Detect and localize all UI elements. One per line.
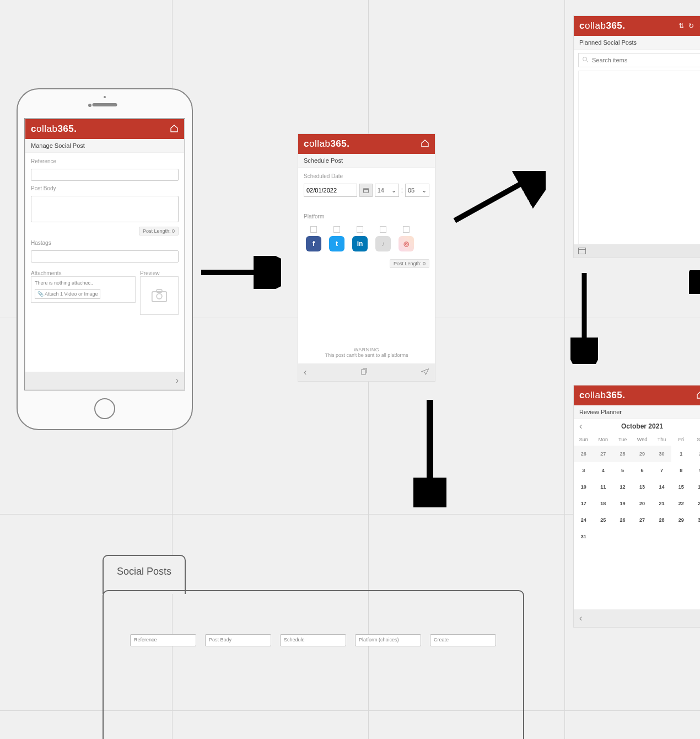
svg-line-7: [586, 60, 589, 62]
post-length-badge: Post Length: 0: [139, 227, 179, 235]
page-title: Review Planner: [574, 405, 700, 419]
calendar-day[interactable]: 21: [652, 495, 671, 512]
calendar-day[interactable]: 5: [613, 462, 632, 479]
search-row: [578, 53, 700, 67]
postbody-label: Post Body: [31, 185, 179, 191]
hashtags-input[interactable]: [31, 250, 179, 263]
next-icon[interactable]: ›: [176, 376, 179, 385]
calendar-day[interactable]: 20: [632, 495, 651, 512]
calendar-day[interactable]: 27: [593, 446, 612, 462]
page-title: Planned Social Posts: [574, 36, 700, 50]
instagram-icon[interactable]: ◎: [399, 236, 414, 251]
preview-box: [140, 276, 179, 315]
refresh-icon[interactable]: ↻: [688, 22, 694, 30]
calendar-day[interactable]: 30: [691, 512, 700, 528]
sort-icon[interactable]: ⇅: [679, 22, 684, 30]
back-icon[interactable]: ‹: [304, 367, 306, 377]
calendar-day[interactable]: 8: [671, 462, 691, 479]
prev-month-icon[interactable]: ‹: [577, 421, 584, 431]
calendar-day[interactable]: 16: [691, 479, 700, 495]
calendar-day[interactable]: 28: [613, 446, 632, 462]
linkedin-icon[interactable]: in: [352, 236, 368, 251]
calendar-day[interactable]: 24: [574, 512, 593, 528]
brand-logo: collab365.: [31, 124, 77, 135]
calendar-day[interactable]: 31: [574, 528, 593, 545]
calendar-day[interactable]: 19: [613, 495, 632, 512]
day-header: Sat: [691, 433, 700, 446]
schema-field: Schedule: [280, 634, 346, 646]
back-icon[interactable]: ‹: [579, 613, 582, 623]
month-label: October 2021: [621, 422, 663, 430]
folder-tab: Social Posts: [103, 555, 186, 594]
warning-body: This post can't be sent to all platforms: [304, 352, 429, 358]
flow-arrow: [570, 270, 598, 364]
reference-input[interactable]: [31, 169, 179, 181]
search-input[interactable]: [592, 57, 700, 63]
copy-icon[interactable]: [360, 368, 367, 377]
calendar-day[interactable]: 11: [593, 479, 612, 495]
platform-checkbox[interactable]: [333, 226, 340, 233]
platform-label: Platform: [304, 213, 429, 219]
calendar-day[interactable]: 29: [632, 446, 651, 462]
flow-arrow: [452, 171, 546, 226]
schema-field: Post Body: [205, 634, 271, 646]
folder-label: Social Posts: [117, 566, 171, 577]
date-input[interactable]: [304, 184, 357, 197]
platform-checkbox[interactable]: [380, 226, 386, 233]
send-icon[interactable]: [421, 368, 429, 377]
calendar-day[interactable]: 26: [574, 446, 593, 462]
home-icon[interactable]: [696, 390, 700, 401]
reference-label: Reference: [31, 158, 179, 164]
flow-arrow: [413, 397, 446, 507]
bottom-bar: [574, 244, 700, 258]
attachments-box: There is nothing attachec.. 📎 Attach 1 V…: [31, 276, 136, 303]
calendar-day[interactable]: 12: [613, 479, 632, 495]
home-icon[interactable]: [170, 124, 179, 135]
calendar-day[interactable]: 17: [574, 495, 593, 512]
calendar-day[interactable]: 15: [671, 479, 691, 495]
platform-checkbox[interactable]: [357, 226, 363, 233]
day-header: Fri: [671, 433, 691, 446]
tiktok-icon[interactable]: ♪: [375, 236, 391, 251]
day-header: Mon: [593, 433, 612, 446]
home-icon[interactable]: [421, 139, 429, 149]
phone-frame: collab365. Manage Social Post Reference …: [17, 88, 193, 430]
svg-point-6: [583, 57, 587, 61]
calendar-day[interactable]: 7: [652, 462, 671, 479]
platform-checkbox[interactable]: [403, 226, 410, 233]
calendar-day[interactable]: 22: [671, 495, 691, 512]
facebook-icon[interactable]: f: [306, 236, 321, 251]
schedule-post-screen: collab365. Schedule Post Scheduled Date …: [298, 133, 435, 382]
calendar-day[interactable]: 29: [671, 512, 691, 528]
calendar-day[interactable]: 3: [574, 462, 593, 479]
calendar-icon[interactable]: [359, 184, 373, 197]
calendar-day[interactable]: 9: [691, 462, 700, 479]
attachments-label: Attachments: [31, 270, 136, 276]
calendar-day[interactable]: 2: [691, 446, 700, 462]
calendar-day[interactable]: 1: [671, 446, 691, 462]
calendar-day[interactable]: 14: [652, 479, 671, 495]
calendar-day[interactable]: 18: [593, 495, 612, 512]
day-header: Wed: [632, 433, 651, 446]
svg-rect-2: [157, 290, 162, 292]
attach-button[interactable]: 📎 Attach 1 Video or Image: [35, 289, 100, 299]
calendar-day[interactable]: 10: [574, 479, 593, 495]
attachments-empty-text: There is nothing attachec..: [35, 280, 132, 286]
platform-checkbox[interactable]: [310, 226, 317, 233]
calendar-day[interactable]: 23: [691, 495, 700, 512]
calendar-day[interactable]: 25: [593, 512, 612, 528]
minute-select[interactable]: 05⌄: [405, 184, 429, 197]
calendar-day[interactable]: 4: [593, 462, 612, 479]
calendar-day[interactable]: 27: [632, 512, 651, 528]
hour-select[interactable]: 14⌄: [375, 184, 399, 197]
calendar-icon[interactable]: [578, 248, 586, 254]
calendar-day[interactable]: 13: [632, 479, 651, 495]
svg-rect-5: [362, 370, 365, 374]
calendar-day[interactable]: 26: [613, 512, 632, 528]
calendar-day[interactable]: 28: [652, 512, 671, 528]
calendar-day[interactable]: 6: [632, 462, 651, 479]
postbody-input[interactable]: [31, 196, 179, 222]
flow-arrow: [689, 270, 700, 364]
calendar-day[interactable]: 30: [652, 446, 671, 462]
twitter-icon[interactable]: t: [329, 236, 344, 251]
